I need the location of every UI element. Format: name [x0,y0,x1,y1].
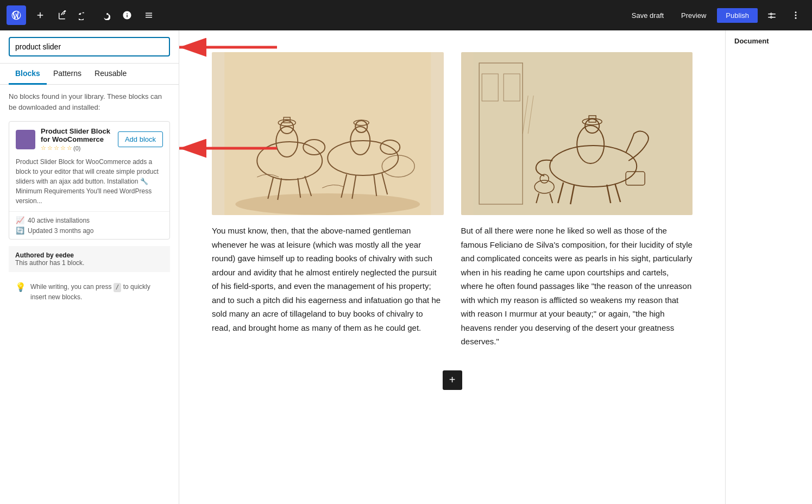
main-toolbar: Save draft Preview Publish [0,0,812,30]
left-image [212,52,444,215]
installs-icon: 📈 [16,216,24,224]
redo-button[interactable] [96,5,115,25]
star-5: ☆ [67,144,72,152]
svg-rect-29 [474,52,680,215]
plugin-name: Product Slider Block for WooCommerce [41,127,112,143]
add-block-button[interactable]: Add block [118,131,163,147]
sidebar-tabs: Blocks Patterns Reusable [0,64,179,85]
tip-section: 💡 While writing, you can press / to quic… [9,276,170,307]
list-view-button[interactable] [139,5,159,25]
tip-icon: 💡 [15,282,26,292]
updated-meta: 🔄 Updated 3 months ago [16,226,163,235]
plugin-stars: ☆ ☆ ☆ ☆ ☆ (0) [41,144,112,152]
svg-rect-7 [224,52,431,215]
plugin-icon [16,130,35,149]
settings-button[interactable] [762,5,782,25]
svg-point-0 [795,11,797,13]
search-section [0,30,179,64]
active-installs: 📈 40 active installations [16,216,163,224]
preview-button[interactable]: Preview [675,8,713,23]
star-3: ☆ [54,144,59,152]
no-blocks-message: No blocks found in your library. These b… [9,91,170,112]
tip-text: While writing, you can press / to quickl… [30,282,163,302]
plugin-description: Product Slider Block for WooCommerce add… [9,157,169,211]
content-grid: You must know, then, that the above-name… [212,52,693,349]
svg-point-2 [795,17,797,19]
add-block-toolbar-button[interactable] [30,5,50,25]
author-label: Authored by eedee [15,251,163,259]
edit-mode-button[interactable] [52,5,72,25]
tip-text-before: While writing, you can press [30,283,114,291]
publish-button[interactable]: Publish [717,8,758,23]
star-2: ☆ [47,144,53,152]
add-block-bottom-button[interactable]: + [443,370,462,390]
tab-reusable[interactable]: Reusable [88,64,133,85]
plugin-meta: 📈 40 active installations 🔄 Updated 3 mo… [9,211,169,239]
save-draft-button[interactable]: Save draft [625,8,670,23]
svg-point-1 [795,15,797,16]
right-image [461,52,693,215]
right-paragraph: But of all there were none he liked so w… [461,224,693,349]
add-block-row: + [212,360,693,390]
editor-content: You must know, then, that the above-name… [179,30,725,504]
slash-key: / [114,283,122,292]
update-icon: 🔄 [16,226,24,235]
author-section: Authored by eedee This author has 1 bloc… [9,246,170,272]
info-button[interactable] [117,5,137,25]
search-input[interactable] [9,37,170,56]
block-inserter-sidebar: Blocks Patterns Reusable No blocks found… [0,30,179,504]
plugin-card-header: Product Slider Block for WooCommerce ☆ ☆… [9,122,169,157]
sidebar-content: No blocks found in your library. These b… [0,85,179,504]
plugin-info: Product Slider Block for WooCommerce ☆ ☆… [41,127,112,152]
right-sketch-svg [461,52,693,215]
right-settings-panel: Document [725,30,812,504]
left-paragraph: You must know, then, that the above-name… [212,224,444,335]
updated-label: Updated 3 months ago [28,227,93,235]
star-count: (0) [73,145,80,152]
left-sketch-svg [212,52,444,215]
star-4: ☆ [60,144,66,152]
undo-button[interactable] [74,5,93,25]
right-column: But of all there were none he liked so w… [461,52,693,349]
tab-patterns[interactable]: Patterns [47,64,88,85]
more-options-button[interactable] [786,5,805,25]
document-label: Document [734,37,803,45]
svg-point-8 [235,193,420,215]
tab-blocks[interactable]: Blocks [9,64,47,85]
author-desc: This author has 1 block. [15,259,163,267]
wp-logo[interactable] [7,5,26,25]
star-1: ☆ [41,144,46,152]
installs-label: 40 active installations [28,217,90,224]
app-layout: Blocks Patterns Reusable No blocks found… [0,30,812,504]
left-column: You must know, then, that the above-name… [212,52,444,349]
plugin-card: Product Slider Block for WooCommerce ☆ ☆… [9,121,170,240]
